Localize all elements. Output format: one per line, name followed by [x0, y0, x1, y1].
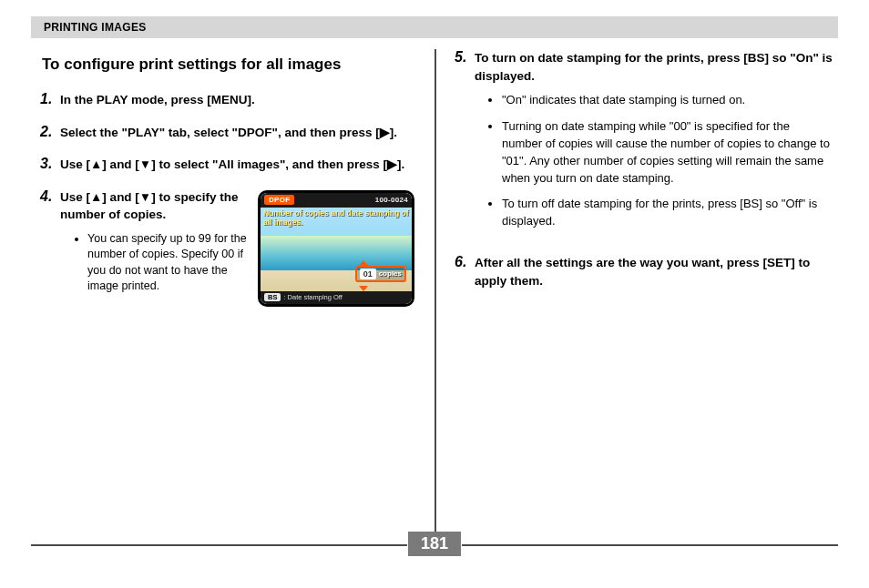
page-footer: 181: [31, 532, 838, 563]
step-bullets: You can specify up to 99 for the number …: [87, 231, 250, 295]
bullet-item: You can specify up to 99 for the number …: [87, 231, 250, 295]
step-text: Use [▲] and [▼] to select "All images", …: [60, 156, 418, 174]
step-text: Use [▲] and [▼] to specify the number of…: [60, 188, 250, 224]
copies-label: copies: [379, 269, 402, 278]
step-number: 1.: [36, 91, 60, 109]
section-header-bar: PRINTING IMAGES: [31, 16, 838, 38]
step-bullets: "On" indicates that date stamping is tur…: [502, 92, 833, 230]
date-stamping-status: : Date stamping Off: [283, 293, 342, 301]
manual-page: PRINTING IMAGES To configure print setti…: [0, 0, 869, 563]
step-number: 3.: [36, 156, 60, 174]
step-4: 4. Use [▲] and [▼] to specify the number…: [36, 188, 418, 307]
bs-badge: BS: [264, 293, 281, 301]
bullet-item: To turn off date stamping for the prints…: [502, 196, 833, 230]
step-5: 5. To turn on date stamping for the prin…: [451, 49, 833, 239]
step-number: 5.: [451, 49, 475, 239]
copies-value: 01: [360, 269, 376, 279]
step-text: Select the "PLAY" tab, select "DPOF", an…: [60, 124, 418, 142]
bullet-item: "On" indicates that date stamping is tur…: [502, 92, 833, 109]
step-text: In the PLAY mode, press [MENU].: [60, 91, 418, 109]
dpof-badge: DPOF: [264, 195, 294, 205]
step-2: 2. Select the "PLAY" tab, select "DPOF",…: [36, 124, 418, 142]
camera-top-bar: DPOF 100-0024: [261, 193, 412, 208]
step-1: 1. In the PLAY mode, press [MENU].: [36, 91, 418, 109]
page-title: To configure print settings for all imag…: [42, 55, 418, 75]
section-header-text: PRINTING IMAGES: [44, 21, 147, 34]
camera-message-text: Number of copies and date stamping of al…: [263, 208, 409, 228]
image-id-label: 100-0024: [375, 196, 408, 204]
camera-screen-illustration: DPOF 100-0024 Number of copies and date …: [258, 190, 414, 307]
step-number: 2.: [36, 124, 60, 142]
step-text: After all the settings are the way you w…: [475, 254, 833, 289]
step-number: 6.: [451, 254, 475, 289]
page-number-badge: 181: [408, 532, 461, 556]
bullet-item: Turning on date stamping while "00" is s…: [502, 118, 833, 187]
camera-bottom-bar: BS : Date stamping Off: [261, 291, 412, 304]
step-3: 3. Use [▲] and [▼] to select "All images…: [36, 156, 418, 174]
left-column: To configure print settings for all imag…: [31, 49, 434, 532]
step-number: 4.: [36, 188, 60, 307]
copies-indicator: 01 copies: [355, 266, 406, 282]
step-text: To turn on date stamping for the prints,…: [475, 49, 833, 85]
step-6: 6. After all the settings are the way yo…: [451, 254, 833, 289]
content-columns: To configure print settings for all imag…: [31, 49, 838, 532]
right-column: 5. To turn on date stamping for the prin…: [436, 49, 838, 532]
